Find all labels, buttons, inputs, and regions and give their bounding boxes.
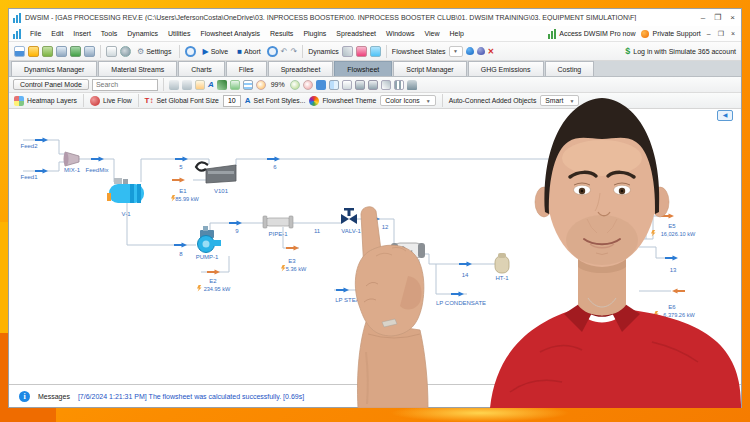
table-icon[interactable] [243, 80, 253, 90]
save-all-icon[interactable] [84, 46, 95, 57]
workspace-tab[interactable]: Script Manager [393, 61, 466, 76]
workspace-tab[interactable]: Dynamics Manager [11, 61, 97, 76]
zoom-fit-icon[interactable] [303, 80, 313, 90]
print-preview-icon[interactable] [368, 80, 378, 90]
access-dwsim-pro-link[interactable]: Access DWSIM Pro now [548, 29, 635, 39]
menu-item[interactable]: File [25, 28, 46, 39]
script-icon[interactable] [106, 46, 117, 57]
dynamics-label[interactable]: Dynamics [308, 48, 339, 55]
messages-panel: i Messages [7/6/2024 1:21:31 PM] The flo… [9, 384, 741, 407]
image-icon[interactable] [230, 80, 240, 90]
heater-icon[interactable] [495, 253, 509, 273]
menu-item[interactable]: Insert [68, 28, 96, 39]
menu-item[interactable]: Utilities [163, 28, 196, 39]
font-color-icon[interactable]: A [208, 80, 214, 89]
zoom-out-icon[interactable] [256, 80, 266, 90]
flowsheet-states-label[interactable]: Flowsheet States [392, 48, 446, 55]
menu-item[interactable]: Edit [46, 28, 68, 39]
private-support-link[interactable]: Private Support [641, 30, 700, 38]
child-close-button[interactable]: × [731, 29, 735, 39]
new-file-icon[interactable] [14, 46, 25, 57]
search-input[interactable] [92, 79, 158, 91]
flowsheet-theme-button[interactable]: Flowsheet Theme [309, 96, 376, 106]
auto-connect-mode-select[interactable]: Smart▼ [540, 95, 579, 106]
valve-icon[interactable] [341, 208, 357, 224]
align-icon[interactable] [394, 80, 404, 90]
export-image-icon[interactable] [342, 80, 352, 90]
inspector-icon[interactable] [120, 46, 131, 57]
simulate365-login[interactable]: $ Log in with Simulate 365 account [625, 46, 736, 56]
import-icon[interactable] [42, 46, 53, 57]
dynamics-events-icon[interactable] [356, 46, 367, 57]
workspace-tab[interactable]: Files [226, 61, 267, 76]
icon-style-select[interactable]: Color Icons▼ [380, 95, 435, 106]
divider [386, 45, 387, 58]
dynamics-integrator-icon[interactable] [342, 46, 353, 57]
menu-item[interactable]: Flowsheet Analysis [196, 28, 266, 39]
paste-icon[interactable] [195, 80, 205, 90]
separator-icon[interactable] [107, 178, 144, 203]
font-size-input[interactable] [223, 95, 241, 107]
menu-item[interactable]: View [419, 28, 444, 39]
delete-state-icon[interactable]: ✕ [488, 47, 495, 56]
menu-item[interactable]: Dynamics [122, 28, 163, 39]
workspace-tab[interactable]: Spreadsheet [268, 61, 334, 76]
select-tool-icon[interactable] [381, 80, 391, 90]
solve-button[interactable]: ▶ Solve [199, 46, 231, 57]
mixer-icon[interactable] [64, 152, 80, 166]
collapse-panel-button[interactable]: ◀ [717, 110, 733, 121]
menu-item[interactable]: Spreadsheet [331, 28, 381, 39]
child-minimize-button[interactable]: – [707, 29, 711, 39]
copy-icon[interactable] [182, 80, 192, 90]
pause-icon[interactable] [267, 46, 278, 57]
svg-text:5: 5 [179, 164, 183, 170]
menu-item[interactable]: Help [445, 28, 469, 39]
blue-droplet-icon[interactable] [466, 47, 474, 55]
zoom-in-icon[interactable] [290, 80, 300, 90]
main-toolbar: ⚙ Settings ▶ Solve ■ Abort ↶ ↷ Dynamics … [9, 42, 741, 61]
workspace-tab[interactable]: Costing [545, 61, 595, 76]
workspace-tab[interactable]: GHG Emissions [468, 61, 544, 76]
workspace-tab[interactable]: Charts [178, 61, 225, 76]
menu-item[interactable]: Plugins [298, 28, 331, 39]
undo-icon[interactable]: ↶ [281, 47, 288, 56]
pump-icon[interactable] [198, 226, 222, 253]
heat-exchanger-icon[interactable] [391, 243, 425, 258]
control-panel-mode-button[interactable]: Control Panel Mode [13, 79, 89, 90]
minimize-button[interactable]: – [701, 13, 705, 23]
open-folder-icon[interactable] [28, 46, 39, 57]
svg-text:234.95 kW: 234.95 kW [204, 286, 231, 292]
redo-icon[interactable]: ↷ [290, 47, 297, 56]
lock-icon[interactable] [407, 80, 417, 90]
workspace-tab[interactable]: Flowsheet [334, 61, 392, 76]
draw-icon[interactable] [217, 80, 227, 90]
child-restore-button[interactable]: ❐ [718, 29, 724, 39]
dynamics-monitor-icon[interactable] [370, 46, 381, 57]
messages-label[interactable]: Messages [38, 393, 70, 400]
indigo-droplet-icon[interactable] [477, 47, 485, 55]
flowsheet-states-dropdown[interactable]: ▼ [449, 46, 463, 57]
abort-button[interactable]: ■ Abort [234, 46, 264, 57]
save-icon[interactable] [56, 46, 67, 57]
run-mode-icon[interactable] [185, 46, 196, 57]
menu-item[interactable]: Windows [381, 28, 419, 39]
menu-item[interactable]: Tools [96, 28, 122, 39]
set-global-font-size-button[interactable]: T↕ Set Global Font Size [145, 96, 219, 105]
workspace-tab[interactable]: Material Streams [98, 61, 177, 76]
flowsheet-control-row: Control Panel Mode A 99% [9, 77, 741, 93]
flowsheet-canvas[interactable]: ◀ [9, 109, 741, 384]
menu-item[interactable]: Results [265, 28, 298, 39]
pan-toggle-icon[interactable] [316, 80, 326, 90]
heatmap-layers-button[interactable]: Heatmap Layers [14, 96, 77, 106]
maximize-button[interactable]: ❐ [714, 13, 721, 23]
save-as-icon[interactable] [70, 46, 81, 57]
settings-button[interactable]: ⚙ Settings [134, 46, 174, 57]
pipe-segment-icon[interactable] [263, 216, 293, 228]
zoom-level[interactable]: 99% [269, 81, 287, 88]
close-button[interactable]: × [730, 13, 735, 23]
split-view-icon[interactable] [329, 80, 339, 90]
live-flow-button[interactable]: Live Flow [90, 96, 132, 106]
set-font-styles-button[interactable]: A Set Font Styles... [245, 96, 306, 105]
print-icon[interactable] [355, 80, 365, 90]
cut-icon[interactable] [169, 80, 179, 90]
